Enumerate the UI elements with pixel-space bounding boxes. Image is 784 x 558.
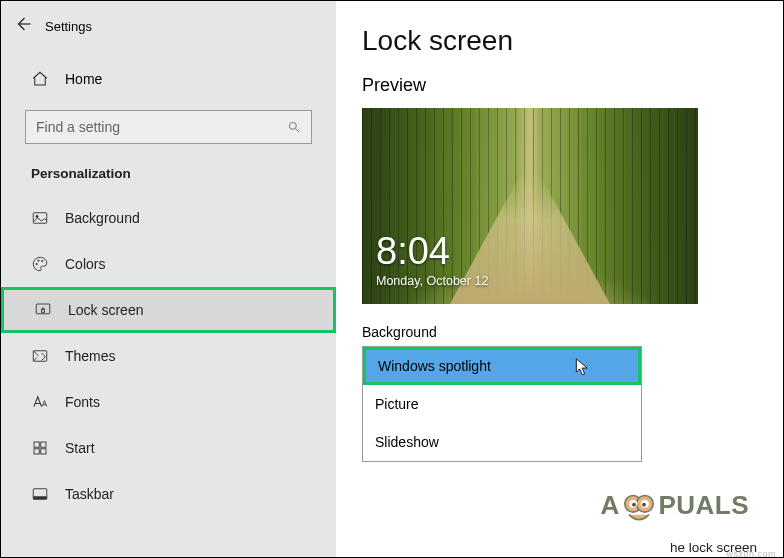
sidebar-item-label: Taskbar bbox=[65, 486, 114, 502]
svg-line-1 bbox=[296, 129, 300, 133]
sidebar-item-start[interactable]: Start bbox=[1, 425, 336, 471]
section-title: Personalization bbox=[1, 162, 336, 195]
sidebar-item-label: Colors bbox=[65, 256, 105, 272]
start-icon bbox=[31, 439, 49, 457]
sidebar-item-label: Start bbox=[65, 440, 95, 456]
sidebar-item-label: Fonts bbox=[65, 394, 100, 410]
search-icon bbox=[287, 120, 301, 134]
dropdown-option-label: Windows spotlight bbox=[378, 358, 491, 374]
source-watermark: wsxdn.com bbox=[726, 549, 776, 558]
sidebar-item-label: Themes bbox=[65, 348, 116, 364]
sidebar-item-colors[interactable]: Colors bbox=[1, 241, 336, 287]
svg-rect-12 bbox=[34, 449, 39, 454]
svg-rect-15 bbox=[33, 496, 47, 499]
svg-rect-13 bbox=[41, 449, 46, 454]
fonts-icon bbox=[31, 393, 49, 411]
sidebar-header: Settings bbox=[1, 15, 336, 58]
search-placeholder: Find a setting bbox=[36, 119, 120, 135]
lock-screen-preview[interactable]: 8:04 Monday, October 12 bbox=[362, 108, 698, 304]
clock-overlay: 8:04 Monday, October 12 bbox=[376, 232, 488, 288]
sidebar-item-taskbar[interactable]: Taskbar bbox=[1, 471, 336, 517]
svg-point-5 bbox=[38, 260, 40, 262]
home-icon bbox=[31, 70, 49, 88]
svg-rect-11 bbox=[41, 442, 46, 447]
svg-point-6 bbox=[42, 260, 44, 262]
dropdown-option-slideshow[interactable]: Slideshow bbox=[363, 423, 641, 461]
svg-point-20 bbox=[633, 502, 637, 506]
sidebar-item-background[interactable]: Background bbox=[1, 195, 336, 241]
svg-point-21 bbox=[643, 502, 647, 506]
arrow-left-icon bbox=[14, 15, 32, 33]
sidebar-item-lock-screen[interactable]: Lock screen bbox=[1, 287, 336, 333]
themes-icon bbox=[31, 347, 49, 365]
svg-point-0 bbox=[289, 122, 296, 129]
dropdown-option-label: Slideshow bbox=[375, 434, 439, 450]
svg-point-4 bbox=[36, 263, 38, 265]
sidebar-item-fonts[interactable]: Fonts bbox=[1, 379, 336, 425]
svg-rect-2 bbox=[33, 213, 47, 224]
watermark-logo: A PUALS bbox=[601, 490, 749, 521]
home-nav[interactable]: Home bbox=[1, 58, 336, 100]
svg-point-3 bbox=[36, 215, 38, 217]
back-button[interactable] bbox=[1, 15, 45, 38]
svg-rect-10 bbox=[34, 442, 39, 447]
clock-date: Monday, October 12 bbox=[376, 274, 488, 288]
sidebar-item-label: Lock screen bbox=[68, 302, 143, 318]
sidebar: Settings Home Find a setting Personaliza… bbox=[1, 1, 336, 557]
cursor-icon bbox=[574, 357, 592, 377]
settings-window: Settings Home Find a setting Personaliza… bbox=[0, 0, 784, 558]
dropdown-option-picture[interactable]: Picture bbox=[363, 385, 641, 423]
home-label: Home bbox=[65, 71, 102, 87]
sidebar-item-label: Background bbox=[65, 210, 140, 226]
background-label: Background bbox=[362, 324, 757, 340]
background-dropdown[interactable]: Windows spotlight Picture Slideshow bbox=[362, 346, 642, 462]
taskbar-icon bbox=[31, 485, 49, 503]
page-title: Lock screen bbox=[362, 25, 757, 57]
dropdown-option-spotlight[interactable]: Windows spotlight bbox=[363, 347, 641, 385]
clock-time: 8:04 bbox=[376, 232, 488, 270]
preview-heading: Preview bbox=[362, 75, 757, 96]
search-container: Find a setting bbox=[1, 100, 336, 162]
nav-list: Background Colors Lock screen Themes Fon… bbox=[1, 195, 336, 517]
svg-rect-8 bbox=[42, 309, 45, 312]
window-title: Settings bbox=[45, 19, 92, 34]
search-input[interactable]: Find a setting bbox=[25, 110, 312, 144]
sidebar-item-themes[interactable]: Themes bbox=[1, 333, 336, 379]
picture-icon bbox=[31, 209, 49, 227]
dropdown-option-label: Picture bbox=[375, 396, 419, 412]
mascot-icon bbox=[622, 493, 656, 523]
main-content: Lock screen Preview 8:04 Monday, October… bbox=[336, 1, 783, 557]
lock-screen-icon bbox=[34, 301, 52, 319]
palette-icon bbox=[31, 255, 49, 273]
